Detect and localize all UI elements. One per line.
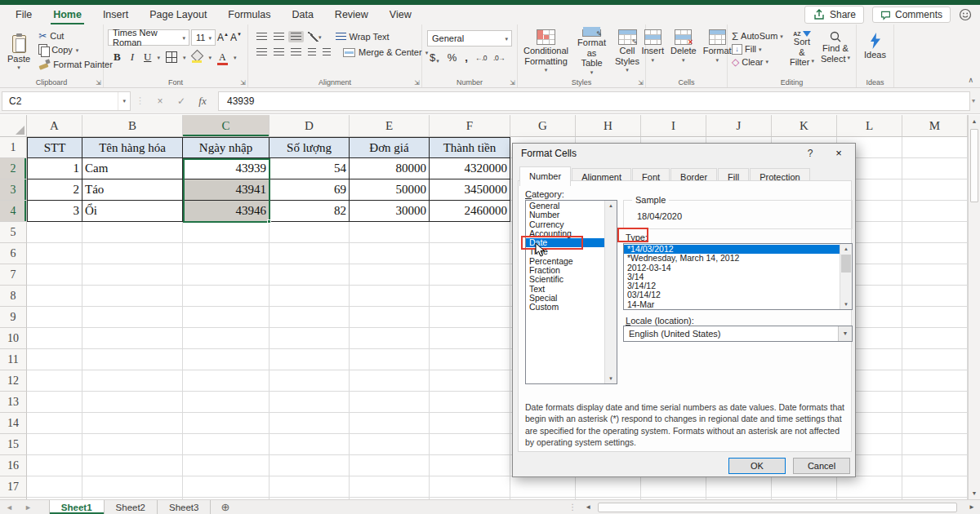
cell-E3[interactable]: 50000 [350, 179, 430, 201]
type-item-3[interactable]: 3/14 [624, 273, 840, 281]
find-select-button[interactable]: Find & Select▾ [817, 28, 853, 77]
type-scroll-thumb[interactable] [841, 255, 851, 273]
cell-E15[interactable] [350, 434, 430, 455]
locale-combo[interactable]: English (United States) ▼ [623, 326, 853, 342]
column-header-K[interactable]: K [772, 115, 837, 137]
increase-indent-button[interactable] [320, 47, 333, 58]
font-size-dropdown-icon[interactable]: ▾ [205, 35, 215, 41]
fill-button[interactable]: ↓Fill▾ [730, 42, 786, 55]
column-header-H[interactable]: H [576, 115, 641, 137]
cell-D6[interactable] [270, 243, 350, 264]
conditional-formatting-button[interactable]: Conditional Formatting ▾ [520, 28, 572, 77]
cell-A14[interactable] [27, 413, 82, 434]
column-header-J[interactable]: J [706, 115, 772, 137]
cell-C1[interactable]: Ngày nhập [183, 137, 270, 158]
cell-A13[interactable] [27, 392, 82, 413]
cell-A11[interactable] [27, 349, 82, 370]
locale-dropdown-icon[interactable]: ▼ [838, 326, 852, 341]
comma-style-button[interactable]: , [461, 51, 471, 64]
cell-D17[interactable] [270, 476, 350, 498]
font-size-combo[interactable]: 11▾ [191, 29, 216, 46]
previous-sheet-arrow[interactable]: ◄ [0, 500, 19, 514]
cell-L17[interactable] [837, 476, 902, 498]
cell-M13[interactable] [902, 392, 968, 413]
italic-button[interactable]: I [127, 49, 138, 65]
insert-cells-button[interactable]: Insert ▾ [638, 28, 667, 77]
orientation-button[interactable]: ▾ [305, 30, 324, 43]
horizontal-scroll-thumb[interactable] [598, 503, 957, 512]
category-item-scientific[interactable]: Scientific [526, 275, 604, 284]
cell-D15[interactable] [270, 434, 350, 455]
collapse-ribbon-button[interactable]: ∧ [968, 76, 973, 84]
number-dialog-launcher[interactable]: ⇲ [510, 79, 515, 86]
cell-A3[interactable]: 2 [27, 179, 82, 201]
cell-B17[interactable] [82, 476, 183, 498]
cell-A9[interactable] [27, 307, 82, 328]
cell-C4[interactable]: 43946 [183, 201, 270, 222]
borders-dropdown-icon[interactable]: ▾ [183, 55, 186, 60]
cell-D10[interactable] [270, 328, 350, 349]
fill-color-button[interactable] [187, 50, 207, 64]
row-header-9[interactable]: 9 [0, 307, 27, 328]
cell-A7[interactable] [27, 264, 82, 286]
alignment-dialog-launcher[interactable]: ⇲ [414, 79, 420, 86]
increase-decimal-button[interactable]: ←.0 [473, 52, 489, 64]
font-color-dropdown-icon[interactable]: ▾ [234, 55, 237, 60]
cell-B16[interactable] [82, 455, 183, 476]
cell-E13[interactable] [350, 392, 430, 413]
bold-button[interactable]: B [109, 49, 125, 65]
category-scrollbar[interactable]: ▲ ▼ [604, 201, 617, 383]
cell-K17[interactable] [772, 476, 837, 498]
column-header-L[interactable]: L [837, 115, 902, 137]
cell-D8[interactable] [270, 286, 350, 307]
find-dropdown-icon[interactable]: ▾ [847, 55, 850, 64]
cell-B3[interactable]: Táo [82, 179, 183, 201]
tabbar-resize-handle[interactable]: ⋮ [568, 503, 580, 512]
category-scroll-down[interactable]: ▼ [605, 374, 617, 383]
ribbon-tab-review[interactable]: Review [324, 5, 379, 24]
sort-filter-button[interactable]: AZ Sort & Filter▾ [786, 28, 817, 77]
name-box-dropdown-icon[interactable]: ▾ [118, 92, 130, 110]
cell-C11[interactable] [183, 349, 270, 370]
scroll-left-arrow[interactable]: ◄ [581, 503, 595, 511]
cell-I17[interactable] [641, 476, 706, 498]
row-header-8[interactable]: 8 [0, 286, 27, 307]
cell-F10[interactable] [430, 328, 510, 349]
format-cells-dropdown-icon[interactable]: ▾ [715, 57, 719, 63]
type-item-6[interactable]: 14-Mar [624, 300, 840, 309]
column-header-B[interactable]: B [82, 115, 183, 137]
format-table-dropdown-icon[interactable]: ▾ [590, 69, 594, 75]
cell-A2[interactable]: 1 [27, 158, 82, 179]
cell-F17[interactable] [430, 476, 510, 498]
column-header-I[interactable]: I [641, 115, 706, 137]
scroll-up-arrow[interactable]: ▲ [969, 115, 980, 127]
cell-B15[interactable] [82, 434, 183, 455]
cell-A1[interactable]: STT [27, 137, 82, 158]
shrink-font-button[interactable]: A▼ [230, 32, 242, 43]
sheet-tab-sheet1[interactable]: Sheet1 [49, 500, 105, 514]
ok-button[interactable]: OK [728, 458, 786, 474]
cell-B12[interactable] [82, 370, 183, 392]
wrap-text-button[interactable]: Wrap Text [332, 30, 393, 43]
row-header-10[interactable]: 10 [0, 328, 27, 349]
ribbon-tab-view[interactable]: View [379, 5, 422, 24]
feedback-smiley-icon[interactable] [959, 8, 972, 21]
cell-C15[interactable] [183, 434, 270, 455]
autosum-button[interactable]: ΣAutoSum▾ [730, 29, 786, 42]
align-center-button[interactable] [271, 47, 287, 58]
cell-A17[interactable] [27, 476, 82, 498]
select-all-corner[interactable] [0, 115, 27, 137]
cell-B5[interactable] [82, 222, 183, 243]
cell-C9[interactable] [183, 307, 270, 328]
cell-F12[interactable] [430, 370, 510, 392]
cell-B10[interactable] [82, 328, 183, 349]
type-scroll-down[interactable]: ▼ [840, 299, 852, 309]
font-color-button[interactable]: A [213, 50, 232, 65]
cell-F16[interactable] [430, 455, 510, 476]
cell-B11[interactable] [82, 349, 183, 370]
delete-cells-button[interactable]: × Delete ▾ [667, 28, 700, 77]
cell-B6[interactable] [82, 243, 183, 264]
expand-formula-bar-button[interactable]: ▾ [972, 97, 980, 104]
orientation-dropdown-icon[interactable]: ▾ [318, 34, 322, 40]
merge-center-button[interactable]: Merge & Center▾ [340, 46, 431, 59]
